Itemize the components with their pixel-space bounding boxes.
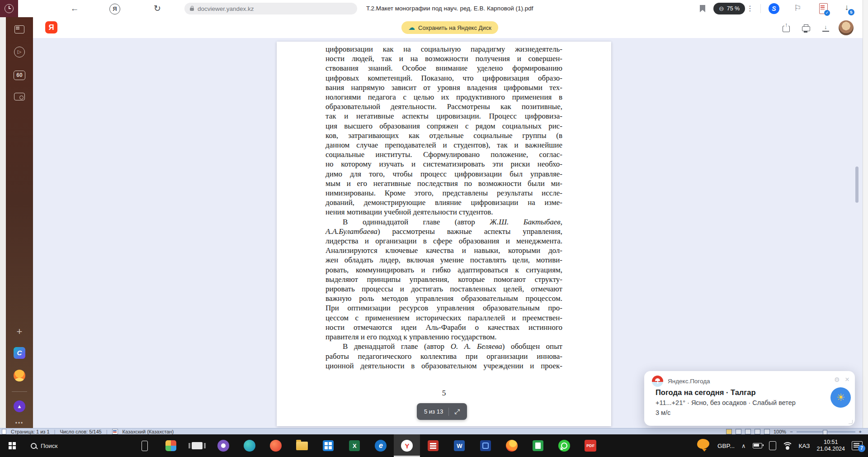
spellcheck-icon[interactable] [112,429,118,434]
pdf-line: дований, демонстрирующие влияние цифрови… [326,198,562,207]
pdf-line: ности людей, так и на возможности получе… [326,54,562,63]
blue-app-icon[interactable] [472,434,499,457]
print-button[interactable] [801,24,811,33]
music-recognizer-extension-icon[interactable]: S [769,3,779,14]
address-bar[interactable]: docviewer.yandex.kz [184,3,357,14]
taskbar-apps: XeYWPDF [132,434,604,457]
share-button[interactable] [781,24,791,33]
browser-menu-button[interactable]: ⋮ [745,0,755,17]
word-language[interactable]: Казахский (Казахстан) [123,428,174,435]
view-mode-icon[interactable] [736,429,741,434]
orange-circle-icon [14,370,25,381]
zoom-in-control[interactable]: + [859,428,862,435]
yandex-browser-icon[interactable]: Y [394,434,420,457]
task-view-icon[interactable] [184,434,210,457]
zoom-level-badge[interactable]: ⊖ 75 % [713,3,745,14]
view-mode-icon[interactable] [726,429,732,434]
tab-counter-button[interactable]: 60 [6,71,33,80]
collections-flag-icon[interactable]: ⚐ [794,3,801,13]
blue-e-browser-icon[interactable]: e [368,434,394,457]
history-clock-button[interactable] [0,0,18,17]
user-avatar[interactable] [839,20,854,35]
yandex-logo[interactable]: Я [45,21,57,33]
pdf-line: димо для того, чтобы процесс цифровизаци… [326,169,562,179]
viewer-scrollbar[interactable] [854,40,859,426]
word-page-count[interactable]: Страница: 1 из 1 [11,428,50,435]
orange-app-icon[interactable] [263,434,289,457]
whatsapp-icon[interactable] [551,434,577,457]
firefox-like-browser-icon[interactable] [499,434,525,457]
notification-center-icon[interactable]: 7 [852,441,863,450]
side-panels-button[interactable] [6,25,33,33]
view-mode-icon[interactable] [764,429,770,434]
currency-widget-icon[interactable] [697,439,711,452]
view-mode-icon[interactable] [745,429,751,434]
word-zoom-level[interactable]: 100% [774,428,786,435]
pdf-line: нологиями педагога с целью их продуктивн… [326,92,562,102]
pdf-line: В двенадцатой главе (автор О. А. Беляева… [326,342,562,351]
add-panel-button[interactable]: + [6,326,33,338]
view-mode-icon[interactable] [755,429,760,434]
phone-app-icon[interactable] [132,434,158,457]
pdf-line: правителя и его подход к управлению госу… [326,332,562,342]
word-word-count[interactable]: Число слов: 5/145 [60,428,101,435]
photos-app-icon[interactable] [158,434,184,457]
pdf-line: Анализируются ключевые качества и навыки… [326,246,562,255]
fullscreen-expand-icon[interactable]: ⤢ [454,408,460,416]
pdf-app-icon[interactable]: PDF [577,434,604,457]
teal-app-icon[interactable] [236,434,263,457]
purple-app-icon[interactable] [210,434,236,457]
zoom-slider-thumb[interactable] [823,430,827,435]
weather-title[interactable]: Погода на сегодня · Талгар [656,388,755,397]
reload-button[interactable]: ↻ [151,0,164,17]
weather-wind: 3 м/с [656,409,670,416]
scrollbar-thumb[interactable] [855,167,859,203]
start-button[interactable] [0,434,24,457]
statusbar-divider: | [54,428,56,435]
file-explorer-icon[interactable] [289,434,315,457]
zoom-out-control[interactable]: − [790,428,793,435]
page-navigator-pill[interactable]: 5 из 13 ⤢ [417,403,467,420]
canva-app-icon[interactable]: C [6,347,33,359]
downloads-button[interactable]: ↓5 [842,2,852,14]
pdf-line: мым и его негативные последствия по возм… [326,179,562,188]
back-icon: ← [71,4,79,13]
zoom-slider[interactable] [797,431,855,433]
blue-tiles-app-icon[interactable] [315,434,341,457]
pdf-line: цессом с применением исторических паралл… [326,313,562,323]
screenshot-button[interactable] [6,93,33,100]
taskbar-clock[interactable]: 10:51 21.04.2024 [816,439,845,452]
zoom-level-text: 75 % [727,5,740,12]
video-panel-button[interactable]: ▷ [6,47,33,57]
background-window-edge [0,17,6,428]
pdf-line: данном случае преподавателей и студентов… [326,140,562,150]
alice-assistant-icon[interactable]: ▲ [6,400,33,412]
windows-logo-icon [9,442,16,450]
red-app-icon[interactable] [420,434,446,457]
taskbar-search[interactable]: Поиск [24,434,64,457]
sunny-weather-icon: ☀ [830,387,851,408]
hidden-icons-chevron[interactable]: ∧ [741,443,746,449]
gear-icon[interactable]: ⚙ [834,376,840,383]
pdf-extension-icon[interactable]: ✓ [819,3,828,14]
device-icon[interactable] [769,441,776,450]
download-file-button[interactable] [821,24,831,33]
bookmark-icon[interactable] [700,5,705,12]
word-doc-icon [2,429,6,434]
word-icon[interactable]: W [446,434,472,457]
sidebar-more-button[interactable]: ••• [6,420,33,426]
pdf-line: работы педагогического коллектива при ор… [326,352,562,361]
save-to-disk-button[interactable]: ☁ Сохранить на Яндекс Диск [401,21,498,34]
green-app-icon[interactable] [525,434,551,457]
back-button[interactable]: ← [68,0,81,17]
keyboard-language[interactable]: КАЗ [799,443,810,449]
yandex-home-button[interactable]: Я [109,4,120,14]
pdf-line: ционной деятельности в образовательном у… [326,361,562,371]
close-icon[interactable]: × [845,375,849,384]
battery-icon[interactable] [753,443,762,448]
wifi-icon[interactable] [783,442,792,449]
currency-label[interactable]: GBP... [717,443,735,449]
pdf-line: важную роль методов управления образоват… [326,294,562,303]
orange-service-icon[interactable] [6,370,33,381]
excel-icon[interactable]: X [341,434,368,457]
